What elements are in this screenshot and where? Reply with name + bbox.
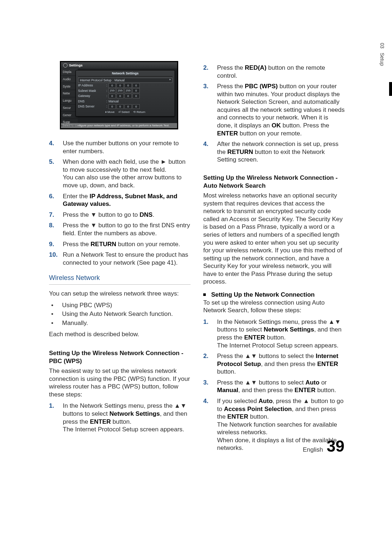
pbc-list: 1. In the Network Settings menu, press t…	[49, 402, 191, 433]
wireless-outro: Each method is described below.	[49, 330, 191, 338]
protocol-select[interactable]: Internet Protocol Setup : Manual	[78, 78, 172, 83]
step-number: 1.	[203, 318, 217, 349]
gear-icon	[63, 63, 68, 68]
step-text: After the network connection is set up, …	[217, 140, 345, 164]
step-number: 4.	[203, 140, 217, 164]
sidebar-item: Supp	[61, 119, 78, 126]
bullet: •Manually.	[49, 319, 191, 327]
ip-octet[interactable]: 0	[124, 83, 132, 88]
settings-body: Displa Audio Syste Netw Langu Secur Gene…	[61, 69, 177, 123]
step-text: Press the ▼ button to go to DNS.	[63, 211, 191, 219]
step-number: 7.	[49, 211, 63, 219]
gateway-octet[interactable]: 0	[109, 94, 116, 98]
square-bullet-icon	[203, 293, 206, 296]
step-text: Use the number buttons on your remote to…	[63, 139, 191, 155]
gateway-octet[interactable]: 0	[124, 94, 132, 98]
footer-page-number: 39	[327, 437, 344, 455]
subnet-boxes[interactable]: 255 255 255 0	[109, 88, 140, 93]
auto-step-3: 3. Press the ▲▼ buttons to select Auto o…	[203, 379, 345, 394]
dns-octet[interactable]: 0	[109, 104, 116, 109]
step-text: Press the ▲▼ buttons to select Auto or M…	[217, 379, 345, 394]
step-number: 9.	[49, 240, 63, 248]
auto-heading: Setting Up the Wireless Network Connecti…	[203, 174, 345, 190]
wireless-bullets: •Using PBC (WPS) •Using the Auto Network…	[49, 301, 191, 327]
dns-server-boxes[interactable]: 0 0 0 0	[109, 104, 140, 109]
right-column: 2. Press the RED(A) button on the remote…	[203, 61, 345, 455]
content-columns: Settings Displa Audio Syste Netw Langu S…	[49, 61, 345, 455]
auto-sub-heading: Setting Up the Network Connection	[211, 291, 315, 298]
side-tab: 03 Setup	[379, 43, 385, 66]
gateway-octet[interactable]: 0	[132, 94, 140, 98]
step-6: 6. Enter the IP Address, Subnet Mask, an…	[49, 192, 191, 208]
gateway-octet[interactable]: 0	[117, 94, 124, 98]
step-text: Enter the IP Address, Subnet Mask, and G…	[63, 192, 191, 208]
row-dns-server: DNS Server : 0 0 0 0	[78, 104, 172, 109]
step-text: When done with each field, use the ► but…	[63, 158, 191, 189]
settings-screenshot: Settings Displa Audio Syste Netw Langu S…	[60, 61, 178, 129]
subnet-octet[interactable]: 0	[132, 88, 140, 93]
dns-label: DNS	[78, 99, 106, 103]
pbc-step-3: 3. Press the PBC (WPS) button on your ro…	[203, 82, 345, 137]
panel-title: Network Settings	[78, 72, 172, 77]
step-text: Press the RED(A) button on the remote co…	[217, 64, 345, 80]
network-settings-panel: Network Settings Internet Protocol Setup…	[75, 70, 175, 117]
settings-titlebar: Settings	[61, 62, 177, 69]
step-7: 7. Press the ▼ button to go to DNS.	[49, 211, 191, 219]
bullet: •Using PBC (WPS)	[49, 301, 191, 309]
step-number: 3.	[203, 379, 217, 394]
hint-select: ⏎ Select	[118, 110, 130, 114]
row-protocol: Internet Protocol Setup : Manual	[78, 78, 172, 82]
step-text: Press the PBC (WPS) button on your route…	[217, 82, 345, 137]
settings-footer-text: Select to configure your network type an…	[61, 123, 177, 128]
dns-server-label: DNS Server	[78, 105, 106, 109]
dns-octet[interactable]: 0	[132, 104, 140, 109]
ip-octet[interactable]: 0	[117, 83, 124, 88]
ip-boxes[interactable]: 0 0 0 0	[109, 83, 140, 88]
auto-sub-heading-row: Setting Up the Network Connection	[203, 291, 345, 299]
step-8: 8. Press the ▼ button to go to the first…	[49, 221, 191, 237]
dns-octet[interactable]: 0	[117, 104, 124, 109]
step-5: 5. When done with each field, use the ► …	[49, 158, 191, 189]
right-top-list: 2. Press the RED(A) button on the remote…	[203, 64, 345, 164]
step-number: 5.	[49, 158, 63, 189]
step-number: 3.	[203, 82, 217, 137]
auto-sub-intro: To set up the wireless connection using …	[203, 299, 345, 314]
subnet-octet[interactable]: 255	[124, 88, 132, 93]
side-thumb-marker	[389, 82, 392, 96]
auto-intro: Most wireless networks have an optional …	[203, 192, 345, 286]
chapter-label: Setup	[379, 53, 385, 66]
gateway-label: Gateway	[78, 94, 106, 98]
page-footer: English 39	[303, 437, 344, 455]
step-number: 4.	[49, 139, 63, 155]
ip-label: IP Address	[78, 84, 106, 88]
subnet-octet[interactable]: 255	[117, 88, 124, 93]
subnet-octet[interactable]: 255	[109, 88, 116, 93]
step-number: 10.	[49, 251, 63, 267]
footer-language: English	[303, 446, 323, 453]
chapter-number: 03	[379, 43, 385, 49]
step-text: Press the RETURN button on your remote.	[63, 240, 191, 248]
bullet: •Using the Auto Network Search function.	[49, 310, 191, 318]
pbc-heading: Setting Up the Wireless Network Connecti…	[49, 349, 191, 365]
pbc-intro: The easiest way to set up the wireless n…	[49, 367, 191, 398]
ip-octet[interactable]: 0	[132, 83, 140, 88]
dns-octet[interactable]: 0	[124, 104, 132, 109]
step-number: 6.	[49, 192, 63, 208]
step-number: 1.	[49, 402, 63, 433]
step-text: Run a Network Test to ensure the product…	[63, 251, 191, 267]
gateway-boxes[interactable]: 0 0 0 0	[109, 94, 140, 98]
auto-step-2: 2. Press the ▲▼ buttons to select the In…	[203, 352, 345, 376]
left-num-list: 4. Use the number buttons on your remote…	[49, 139, 191, 267]
step-number: 8.	[49, 221, 63, 237]
protocol-label: Internet Protocol Setup	[80, 78, 111, 82]
step-4: 4. Use the number buttons on your remote…	[49, 139, 191, 155]
wireless-heading: Wireless Network	[49, 274, 191, 285]
pbc-step-4: 4. After the network connection is set u…	[203, 140, 345, 164]
step-text: Press the ▲▼ buttons to select the Inter…	[217, 352, 345, 376]
pbc-step-1: 1. In the Network Settings menu, press t…	[49, 402, 191, 433]
hint-return: ⟲ Return	[133, 110, 145, 114]
row-dns: DNS : Manual	[78, 99, 172, 103]
ip-octet[interactable]: 0	[109, 83, 116, 88]
step-number: 2.	[203, 64, 217, 80]
step-9: 9. Press the RETURN button on your remot…	[49, 240, 191, 248]
